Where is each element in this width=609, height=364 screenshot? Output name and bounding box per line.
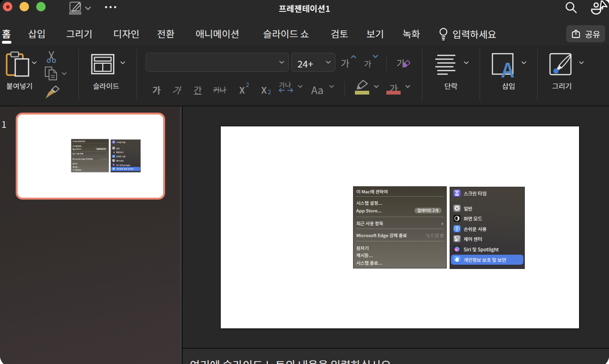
settings-item-general: 일반 (451, 203, 523, 213)
chevron-down-icon (521, 61, 526, 64)
control-center-icon (453, 235, 461, 242)
paragraph-label: 단락 (437, 81, 465, 91)
tab-view[interactable]: 보기 (366, 27, 384, 41)
general-icon (453, 205, 461, 212)
settings-item-label: 일반 (116, 147, 119, 150)
tab-record[interactable]: 녹화 (403, 27, 420, 41)
tab-slideshow[interactable]: 슬라이드 쇼 (263, 27, 309, 41)
settings-item-label: 일반 (463, 205, 472, 212)
chevron-down-icon (62, 72, 67, 75)
settings-item-privacy: 개인정보 보호 및 보안 (451, 255, 523, 265)
menu-item-force-quit: Microsoft Edge 강제 종료 (73, 158, 93, 161)
search-icon (564, 1, 578, 14)
group-divider (422, 49, 422, 100)
superscript-number: 2 (246, 80, 249, 88)
chevron-down-icon (579, 61, 584, 64)
lightbulb-icon (438, 27, 449, 41)
menu-item-app-store: App Store... (356, 207, 382, 214)
settings-item-siri: Siri 및 Spotlight (451, 244, 523, 254)
settings-item-screen-time: 스크린 타임 (451, 188, 523, 198)
chevron-down-icon (326, 61, 331, 64)
settings-item-label: Siri 및 Spotlight (463, 246, 499, 253)
tab-home[interactable]: 홈 (2, 27, 10, 41)
bold-glyph: 가 (152, 83, 160, 96)
notes-pane[interactable]: 여기에 슬라이드 노트의 내용을 입력하십시오 (183, 349, 609, 364)
menu-separator (356, 229, 444, 229)
shortcut-keys: ⇧⌘ (100, 158, 108, 160)
slide-thumbnail-panel: 1 이 Mac에 관하여 시스템 설정... App Store...업데이트 … (0, 106, 180, 364)
underline-glyph: 간 (194, 83, 202, 96)
tab-transitions[interactable]: 전환 (157, 27, 175, 41)
chevron-down-icon (120, 61, 125, 64)
menu-item-force-quit: Microsoft Edge 강제 종료 (356, 232, 407, 239)
tab-design[interactable]: 디자인 (113, 27, 139, 41)
appearance-icon (112, 151, 115, 153)
tab-insert[interactable]: 삽입 (28, 27, 46, 41)
appearance-icon (453, 215, 461, 222)
font-size-combobox[interactable]: 24+ (291, 53, 335, 72)
settings-item-general: 일반 (111, 146, 140, 150)
menu-item-restart: 재시동... (73, 166, 79, 169)
submenu-arrow-icon: › (442, 220, 443, 226)
apple-menu-screenshot: 이 Mac에 관하여 시스템 설정... App Store...업데이트 2개… (71, 139, 108, 172)
menu-separator (356, 241, 444, 241)
share-button[interactable]: 공유 (566, 25, 605, 42)
settings-item-label: 개인정보 보호 및 보안 (463, 256, 506, 263)
ribbon-tab-bar: 홈 삽입 그리기 디자인 전환 애니메이션 슬라이드 쇼 검토 보기 녹화 입력… (0, 23, 609, 45)
slide-layout-icon (91, 54, 115, 75)
menu-item-system-settings: 시스템 설정... (73, 144, 83, 147)
general-icon (112, 147, 115, 150)
tab-review[interactable]: 검토 (331, 27, 348, 41)
slide-thumbnail-selected[interactable]: 이 Mac에 관하여 시스템 설정... App Store...업데이트 2개… (16, 113, 165, 200)
insert-label: 삽입 (494, 81, 523, 91)
svg-text:A: A (501, 54, 514, 78)
draw-label: 그리기 (548, 81, 576, 91)
tell-me-button[interactable]: 입력하세요 (438, 26, 496, 41)
settings-item-screen-time: 스크린 타임 (111, 140, 140, 144)
share-icon (571, 29, 581, 38)
system-settings-sidebar-screenshot: 스크린 타임일반화면 모드손쉬운 사용제어 센터Siri 및 Spotlight… (450, 187, 524, 268)
powerpoint-window: 프레젠테이션1 홈 삽입 그리기 디자인 전환 애니메이션 슬라이드 쇼 검토 … (0, 0, 609, 364)
paragraph-lines-icon (434, 54, 458, 75)
window-title: 프레젠테이션1 (0, 2, 609, 14)
slide-canvas[interactable]: 이 Mac에 관하여 시스템 설정... App Store...업데이트 2개… (221, 126, 579, 328)
tab-animations[interactable]: 애니메이션 (196, 27, 239, 41)
ribbon-home: 붙여넣기 (0, 45, 609, 106)
highlighter-icon (354, 79, 370, 91)
group-divider (137, 49, 137, 100)
slide-thumbnail-canvas: 이 Mac에 관하여 시스템 설정... App Store...업데이트 2개… (19, 115, 161, 196)
privacy-icon (112, 167, 115, 170)
change-case-glyph: Aa (311, 82, 324, 97)
updates-badge: 업데이트 2개 (414, 208, 442, 213)
menu-item-sleep: 잠자기 (73, 163, 78, 165)
menu-separator (356, 217, 444, 217)
menu-item-system-settings: 시스템 설정... (356, 200, 382, 206)
settings-item-appearance: 화면 모드 (451, 213, 523, 223)
increase-font-glyph: 가 (341, 56, 349, 70)
tab-draw[interactable]: 그리기 (66, 27, 92, 41)
paste-icon (6, 51, 30, 78)
superscript-glyph: X (239, 83, 245, 96)
group-divider (537, 49, 538, 100)
settings-item-label: Siri 및 Spotlight (116, 163, 130, 166)
settings-item-accessibility: 손쉬운 사용 (451, 224, 523, 234)
subscript-number: 2 (268, 87, 271, 96)
notes-placeholder: 여기에 슬라이드 노트의 내용을 입력하십시오 (190, 356, 391, 364)
settings-item-label: 화면 모드 (463, 215, 482, 222)
menu-item-restart: 재시동... (356, 252, 373, 259)
menu-item-about-this-mac: 이 Mac에 관하여 (356, 188, 388, 195)
draw-brush-icon (549, 53, 575, 77)
menu-item-recent-items: 최근 사용 항목 (73, 153, 84, 155)
settings-item-label: 개인정보 보호 및 보안 (116, 167, 133, 170)
font-name-combobox[interactable] (146, 53, 289, 72)
chevron-down-icon (405, 85, 410, 88)
search-button[interactable] (564, 1, 578, 14)
siri-icon (453, 246, 461, 253)
menu-item-app-store: App Store... (73, 148, 83, 151)
paste-label: 붙여넣기 (4, 81, 35, 91)
settings-item-control-center: 제어 센터 (451, 234, 523, 244)
option-key-icon (426, 234, 430, 238)
mouse-cursor (598, 0, 609, 13)
shortcut-keys: ⇧⌘ (426, 232, 444, 239)
caret-down-icon (373, 55, 378, 58)
